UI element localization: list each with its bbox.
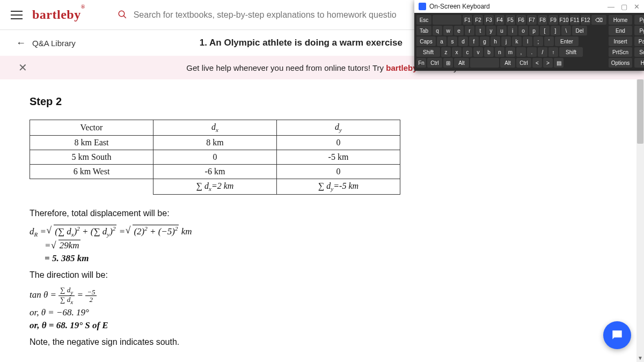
key-pgup[interactable]: PgUp [634, 15, 644, 25]
key-f[interactable]: f [469, 36, 479, 46]
key-s[interactable]: s [448, 36, 457, 46]
key-f4[interactable]: F4 [495, 15, 504, 25]
table-cell: 0 [277, 136, 400, 150]
key-'[interactable]: ' [544, 36, 554, 46]
key-[[interactable]: [ [540, 26, 550, 35]
key-home[interactable]: Home [609, 15, 632, 25]
key-end[interactable]: End [609, 26, 632, 35]
key-shift[interactable]: Shift [416, 47, 440, 57]
key-q[interactable]: q [433, 26, 442, 35]
key-alt[interactable]: Alt [454, 58, 469, 68]
page-title: 1. An Olympic athlete is doing a warm ex… [200, 38, 402, 48]
breadcrumb[interactable]: Q&A Library [32, 39, 76, 48]
key-pgdn[interactable]: PgDn [634, 26, 644, 35]
key-f6[interactable]: F6 [516, 15, 526, 25]
scrollbar[interactable]: ▲ ▼ [636, 79, 644, 362]
key-v[interactable]: v [473, 47, 483, 57]
table-cell: -6 km [153, 165, 277, 179]
hamburger-menu[interactable] [11, 11, 23, 19]
key-alt[interactable]: Alt [500, 58, 515, 68]
key-r[interactable]: r [465, 26, 474, 35]
minimize-button[interactable]: — [608, 3, 614, 11]
key-▤[interactable]: ▤ [554, 58, 564, 68]
key-f2[interactable]: F2 [473, 15, 483, 25]
key-prtscn[interactable]: PrtScn [609, 47, 632, 57]
close-button[interactable]: ✕ [634, 3, 640, 11]
close-icon[interactable]: ✕ [18, 61, 27, 74]
key-d[interactable]: d [458, 36, 468, 46]
key-f1[interactable]: F1 [463, 15, 472, 25]
key-scrlk[interactable]: ScrLk [634, 47, 644, 57]
key-.[interactable]: . [527, 47, 537, 57]
key-k[interactable]: k [512, 36, 522, 46]
maximize-button[interactable]: ▢ [621, 3, 627, 11]
key-y[interactable]: y [486, 26, 496, 35]
key-n[interactable]: n [495, 47, 504, 57]
key-c[interactable]: c [463, 47, 472, 57]
key-,[interactable]: , [516, 47, 526, 57]
brand-logo[interactable]: bartleby® [32, 8, 85, 22]
key-p[interactable]: p [529, 26, 539, 35]
key-fn[interactable]: Fn [416, 58, 426, 68]
key-blank[interactable] [433, 15, 462, 25]
key-f5[interactable]: F5 [506, 15, 515, 25]
key-f8[interactable]: F8 [538, 15, 547, 25]
key-insert[interactable]: Insert [609, 36, 632, 46]
key-esc[interactable]: Esc [416, 15, 431, 25]
key-g[interactable]: g [480, 36, 489, 46]
key-j[interactable]: j [501, 36, 511, 46]
chat-fab[interactable] [603, 321, 631, 349]
key-⌫[interactable]: ⌫ [591, 15, 606, 25]
key-m[interactable]: m [506, 47, 515, 57]
on-screen-keyboard[interactable]: On-Screen Keyboard — ▢ ✕ EscF1F2F3F4F5F6… [414, 0, 644, 71]
table-sum: ∑ dy=-5 km [277, 179, 400, 195]
key-;[interactable]: ; [533, 36, 543, 46]
key-blank[interactable] [470, 58, 499, 68]
key-f12[interactable]: F12 [581, 15, 590, 25]
key-↑[interactable]: ↑ [548, 47, 558, 57]
scroll-down-icon[interactable]: ▼ [638, 355, 643, 361]
table-head: dx [153, 120, 277, 136]
svg-line-1 [123, 16, 126, 18]
key->[interactable]: > [543, 58, 553, 68]
key-l[interactable]: l [523, 36, 532, 46]
key-enter[interactable]: Enter [555, 36, 579, 46]
key-u[interactable]: u [497, 26, 507, 35]
back-arrow-icon[interactable]: ← [16, 38, 26, 49]
key-caps[interactable]: Caps [416, 36, 436, 46]
key-f11[interactable]: F11 [570, 15, 580, 25]
key-⊞[interactable]: ⊞ [443, 58, 453, 68]
scroll-thumb[interactable] [637, 79, 643, 144]
key-/[interactable]: / [538, 47, 547, 57]
key-help[interactable]: Help [634, 58, 644, 68]
key-del[interactable]: Del [572, 26, 587, 35]
key-h[interactable]: h [491, 36, 500, 46]
key-b[interactable]: b [484, 47, 494, 57]
key-w[interactable]: w [443, 26, 453, 35]
key-ctrl[interactable]: Ctrl [516, 58, 531, 68]
key-a[interactable]: a [437, 36, 447, 46]
table-cell: 0 [277, 165, 400, 179]
key-][interactable]: ] [551, 26, 560, 35]
key-pause[interactable]: Pause [634, 36, 644, 46]
key-z[interactable]: z [441, 47, 451, 57]
key-t[interactable]: t [475, 26, 485, 35]
osk-title: On-Screen Keyboard [429, 3, 490, 10]
key-f3[interactable]: F3 [484, 15, 494, 25]
key-x[interactable]: x [452, 47, 462, 57]
key-o[interactable]: o [518, 26, 528, 35]
table-cell: 8 km East [30, 136, 153, 150]
key-f7[interactable]: F7 [527, 15, 537, 25]
paragraph: Note, the negative sign indicates south. [30, 337, 614, 347]
key-<[interactable]: < [532, 58, 542, 68]
key-ctrl[interactable]: Ctrl [427, 58, 442, 68]
key-\[interactable]: \ [561, 26, 571, 35]
key-options[interactable]: Options [609, 58, 632, 68]
equation: dR = (∑ dx)2 + (∑ dy)2 = (2)2 + (−5)2 km [30, 225, 614, 238]
key-i[interactable]: i [508, 26, 517, 35]
key-f9[interactable]: F9 [548, 15, 558, 25]
key-tab[interactable]: Tab [416, 26, 431, 35]
key-shift[interactable]: Shift [559, 47, 583, 57]
key-e[interactable]: e [454, 26, 464, 35]
key-f10[interactable]: F10 [559, 15, 569, 25]
